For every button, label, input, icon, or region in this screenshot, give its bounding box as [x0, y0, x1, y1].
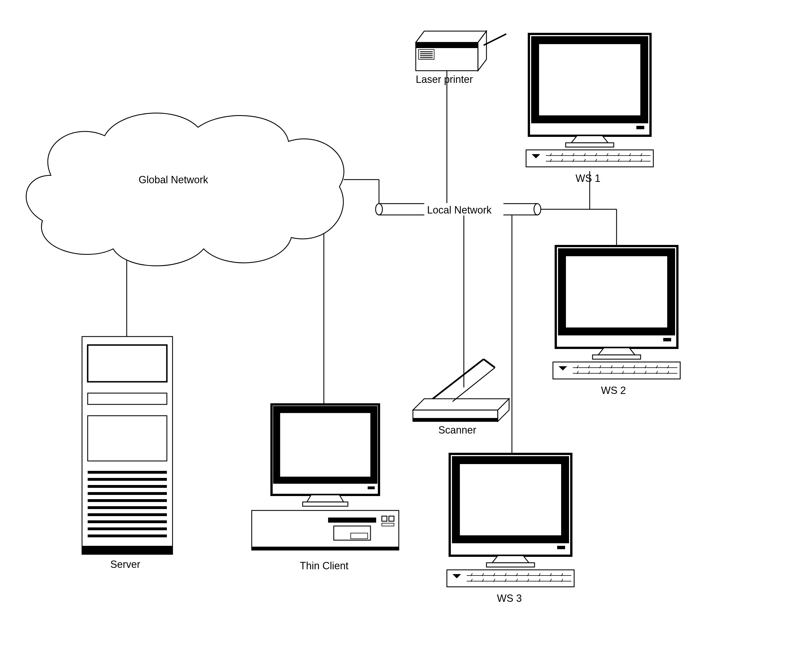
svg-rect-39 [368, 486, 375, 489]
svg-rect-23 [87, 345, 167, 382]
server-label: Server [110, 559, 140, 570]
svg-line-51 [433, 359, 484, 399]
svg-point-11 [376, 204, 382, 215]
thin-client-icon [252, 404, 399, 550]
svg-rect-56 [636, 126, 644, 129]
svg-rect-44 [351, 533, 368, 539]
svg-rect-40 [303, 502, 348, 506]
ws2-label: WS 2 [601, 385, 626, 396]
server-icon [82, 336, 173, 554]
svg-rect-48 [252, 547, 399, 550]
ws1-icon [526, 34, 654, 167]
network-diagram: Global Network Local Network Laser print… [0, 0, 812, 666]
svg-rect-82 [663, 338, 671, 341]
printer-label: Laser printer [416, 74, 473, 86]
svg-rect-41 [252, 511, 399, 550]
svg-rect-50 [413, 418, 498, 421]
svg-line-53 [452, 368, 495, 402]
ws3-icon [447, 454, 574, 587]
thin-client-label: Thin Client [300, 560, 348, 572]
svg-rect-58 [526, 150, 654, 167]
scanner-icon [413, 359, 509, 421]
svg-rect-110 [447, 570, 574, 587]
svg-rect-45 [382, 516, 387, 521]
ws2-icon [553, 246, 680, 379]
svg-rect-46 [389, 516, 394, 521]
svg-rect-42 [328, 518, 376, 523]
svg-rect-109 [487, 563, 535, 567]
laser-printer-icon [416, 31, 506, 71]
svg-rect-84 [553, 362, 680, 379]
ws1-label: WS 1 [576, 173, 601, 185]
svg-rect-25 [87, 416, 167, 461]
svg-rect-47 [382, 523, 394, 526]
ws3-label: WS 3 [497, 592, 522, 604]
svg-line-21 [484, 34, 506, 45]
scanner-label: Scanner [438, 424, 476, 436]
svg-rect-57 [566, 143, 614, 147]
global-network-cloud [26, 113, 344, 266]
svg-rect-15 [416, 43, 478, 48]
svg-line-52 [484, 359, 495, 368]
svg-rect-36 [82, 546, 173, 554]
svg-rect-24 [87, 393, 167, 404]
global-network-label: Global Network [139, 174, 208, 186]
svg-point-12 [534, 204, 541, 215]
svg-rect-108 [557, 546, 565, 549]
local-network-label: Local Network [427, 204, 492, 216]
svg-rect-83 [592, 355, 640, 359]
